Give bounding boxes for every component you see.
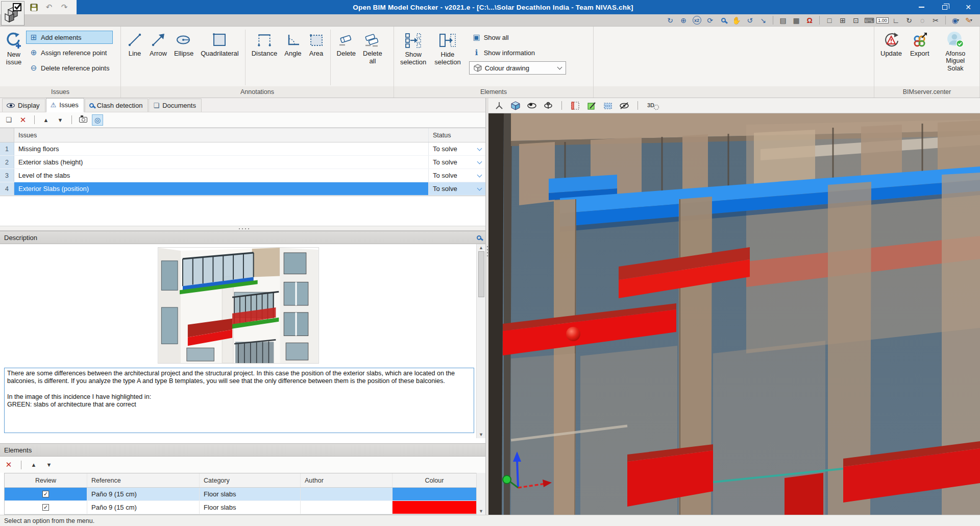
tab-display[interactable]: Display: [2, 99, 45, 112]
assign-reference-point-button[interactable]: ⊕ Assign reference point: [26, 46, 113, 59]
object-snap-icon[interactable]: ⊡: [850, 15, 862, 26]
tab-documents[interactable]: ❏ Documents: [149, 99, 201, 112]
area-button[interactable]: Area: [306, 29, 327, 86]
move-element-up-button[interactable]: ▲: [28, 459, 39, 470]
review-checkbox[interactable]: ✓: [42, 491, 49, 497]
regenerate-drawing-icon[interactable]: ⟳: [704, 15, 716, 26]
element-row-selected[interactable]: ✓ Paño 9 (15 cm) Floor slabs: [5, 488, 476, 501]
scroll-down-icon[interactable]: ▼: [479, 509, 483, 514]
move-issue-up-button[interactable]: ▲: [40, 114, 52, 126]
previous-view-icon[interactable]: ↘: [757, 15, 769, 26]
arrow-button[interactable]: Arrow: [146, 29, 170, 86]
reference-point-button[interactable]: ◎: [92, 114, 103, 126]
language-globe-icon[interactable]: ◉▾: [949, 15, 962, 26]
colour-drawing-dropdown[interactable]: Colour drawing: [469, 61, 566, 75]
review-checkbox[interactable]: ✓: [42, 504, 49, 511]
redraw-icon[interactable]: ↻: [664, 15, 676, 26]
copy-issue-button[interactable]: ❏: [3, 114, 14, 126]
capture-view-button[interactable]: [78, 114, 89, 126]
elements-scrollbar[interactable]: ▼: [476, 473, 485, 515]
search-icon[interactable]: [477, 235, 481, 240]
issue-row-selected[interactable]: 4 Exterior Slabs (position) To solve: [0, 182, 485, 196]
save-button[interactable]: [29, 2, 39, 12]
move-element-down-button[interactable]: ▼: [43, 459, 55, 470]
status-dropdown[interactable]: To solve: [428, 182, 485, 195]
show-all-icon: ▣: [473, 33, 481, 42]
description-scrollbar[interactable]: ▲ ▼: [476, 244, 485, 438]
colour-swatch[interactable]: [393, 488, 476, 500]
tab-issues[interactable]: ⚠ Issues: [46, 98, 84, 112]
rotate-view-icon[interactable]: ↻: [903, 15, 915, 26]
colour-swatch[interactable]: [393, 501, 476, 514]
tab-clash-detection[interactable]: Clash detection: [85, 99, 149, 112]
show-all-button[interactable]: ▣ Show all: [469, 31, 566, 44]
scroll-up-icon[interactable]: ▲: [479, 245, 483, 250]
add-elements-button[interactable]: ⊞ Add elements: [26, 31, 113, 44]
new-issue-button[interactable]: Newissue: [3, 29, 26, 86]
scale-icon[interactable]: 1.00: [876, 15, 889, 26]
show-information-button[interactable]: ℹ Show information: [469, 46, 566, 59]
issue-row[interactable]: 3 Level of the slabs To solve: [0, 169, 485, 182]
quadrilateral-button[interactable]: Quadrilateral: [198, 29, 241, 86]
description-textbox[interactable]: There are some differences between the a…: [4, 368, 474, 433]
app-icon[interactable]: [1, 1, 24, 26]
show-selection-button[interactable]: Showselection: [397, 29, 429, 86]
export-button[interactable]: Export: [907, 29, 933, 86]
set-square-icon[interactable]: ∟: [890, 15, 902, 26]
status-dropdown[interactable]: To solve: [428, 142, 485, 155]
minimize-button[interactable]: [910, 0, 933, 14]
issue-row[interactable]: 2 Exterior slabs (height) To solve: [0, 156, 485, 169]
update-button[interactable]: Update: [877, 29, 905, 86]
view-cube-button[interactable]: [510, 100, 521, 111]
turntable-icon: [544, 101, 553, 110]
move-issue-down-button[interactable]: ▼: [55, 114, 66, 126]
delete-reference-points-button[interactable]: ⊖ Delete reference points: [26, 61, 113, 75]
restore-button[interactable]: [933, 0, 957, 14]
keyboard-input-icon[interactable]: ⌨: [863, 15, 875, 26]
tools-icon[interactable]: ✂: [929, 15, 942, 26]
turntable-button[interactable]: [543, 100, 554, 111]
distance-button[interactable]: Distance: [249, 29, 281, 86]
delete-issue-button[interactable]: ✕: [17, 114, 29, 126]
snap-magnet-icon[interactable]: Ω: [803, 15, 816, 26]
delete-annotation-button[interactable]: Delete: [334, 29, 359, 86]
zoom-all-icon[interactable]: ⊕: [677, 15, 690, 26]
axes-button[interactable]: [494, 100, 505, 111]
pan-icon[interactable]: ✋: [730, 15, 743, 26]
measure-plane-button[interactable]: [602, 100, 614, 111]
scroll-down-icon[interactable]: ▼: [479, 432, 483, 437]
grid-icon[interactable]: ⊞: [837, 15, 849, 26]
zoom-x2-icon[interactable]: x2: [691, 15, 703, 26]
delete-all-annotations-button[interactable]: Deleteall: [360, 29, 385, 86]
dxf-template-icon[interactable]: ▤: [777, 15, 789, 26]
ellipse-button[interactable]: Ellipse: [171, 29, 197, 86]
delete-element-button[interactable]: ✕: [3, 459, 14, 470]
line-button[interactable]: Line: [124, 29, 145, 86]
3d-mode-button[interactable]: 3D: [646, 100, 661, 111]
section-plane-button[interactable]: [570, 100, 581, 111]
user-account-button[interactable]: AfonsoMiguel Solak: [935, 29, 977, 86]
edit-plane-button[interactable]: [586, 100, 597, 111]
status-dropdown[interactable]: To solve: [428, 169, 485, 182]
angle-button[interactable]: Angle: [281, 29, 304, 86]
status-dropdown[interactable]: To solve: [428, 156, 485, 169]
scrollbar-thumb[interactable]: [478, 251, 484, 297]
close-button[interactable]: ✕: [957, 0, 980, 14]
hide-elements-button[interactable]: [619, 100, 630, 111]
element-row[interactable]: ✓ Paño 9 (15 cm) Floor slabs: [5, 501, 476, 514]
background-colour-icon[interactable]: □: [823, 15, 836, 26]
layers-icon[interactable]: ▦: [790, 15, 802, 26]
zoom-window-icon[interactable]: [717, 15, 729, 26]
hide-selection-button[interactable]: Hideselection: [431, 29, 463, 86]
selection-box-icon[interactable]: ◌: [916, 15, 928, 26]
redo-button[interactable]: ↷: [59, 2, 69, 12]
row-number-header: [0, 128, 14, 142]
issue-row[interactable]: 1 Missing floors To solve: [0, 142, 485, 156]
3d-viewport[interactable]: [488, 113, 980, 515]
orbit-button[interactable]: [526, 100, 537, 111]
chevron-down-icon: [477, 185, 482, 190]
orbit-icon[interactable]: ↺: [744, 15, 756, 26]
undo-button[interactable]: ↶: [44, 2, 54, 12]
horizontal-splitter[interactable]: [0, 226, 485, 231]
help-book-icon[interactable]: ✎▾: [963, 15, 975, 26]
